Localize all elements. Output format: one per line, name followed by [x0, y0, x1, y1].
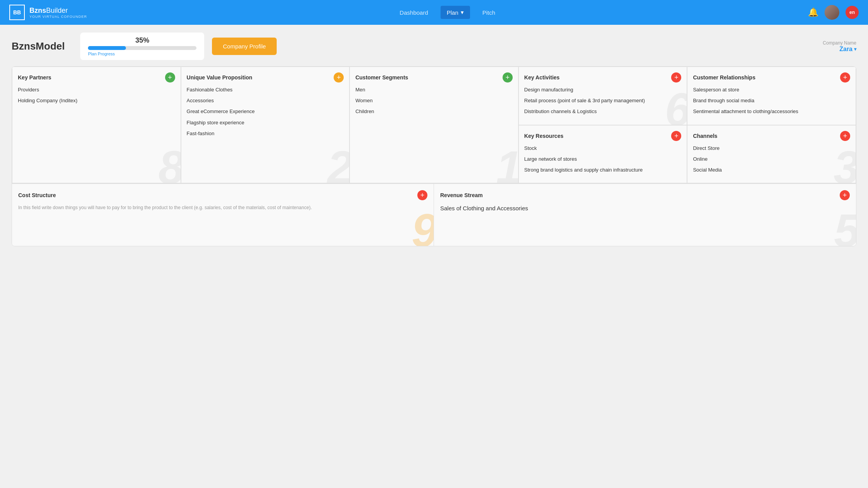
avatar[interactable]	[825, 5, 839, 20]
cost-structure-cell: Cost Structure + In this field write dow…	[12, 184, 434, 246]
header-right: 🔔 en	[808, 5, 859, 20]
channels-item-2: Social Media	[693, 167, 850, 174]
logo-box: BB	[9, 5, 25, 20]
logo-group: BznsBuilder YOUR VIRTUAL COFOUNDER	[29, 7, 87, 19]
cost-structure-desc: In this field write down things you will…	[18, 204, 427, 211]
cost-structure-watermark: 9	[412, 207, 434, 246]
key-resources-title: Key Resources	[524, 133, 563, 139]
revenue-stream-add-button[interactable]: +	[840, 190, 850, 200]
cost-structure-add-button[interactable]: +	[417, 190, 427, 200]
key-partners-title: Key Partners	[18, 74, 51, 81]
key-resources-cell: Key Resources + Stock Large network of s…	[518, 125, 687, 184]
key-activities-title: Key Activities	[524, 74, 560, 81]
unique-value-item-0: Fashionable Clothes	[187, 86, 344, 93]
top-bar: BznsModel 35% Plan Progress Company Prof…	[12, 33, 856, 60]
revenue-stream-item-0: Sales of Clothing and Accessories	[440, 204, 850, 212]
logo-sub: YOUR VIRTUAL COFOUNDER	[29, 15, 87, 19]
progress-section: 35% Plan Progress	[80, 33, 204, 60]
revenue-stream-watermark: 5	[834, 207, 856, 246]
customer-relationships-title: Customer Relationships	[693, 74, 755, 81]
unique-value-item-2: Great eCommerce Experience	[187, 108, 344, 115]
header: BB BznsBuilder YOUR VIRTUAL COFOUNDER Da…	[0, 0, 868, 25]
key-activities-header: Key Activities +	[524, 72, 682, 82]
progress-pct: 35%	[135, 36, 149, 45]
channels-title: Channels	[693, 133, 717, 139]
page-title: BznsModel	[12, 40, 65, 52]
key-partners-cell: Key Partners + Providers Holding Company…	[12, 67, 181, 183]
key-activities-add-button[interactable]: +	[671, 72, 681, 82]
customer-segments-item-0: Men	[355, 86, 513, 93]
logo-brand2: Builder	[46, 7, 68, 14]
channels-cell: Channels + Direct Store Online Social Me…	[687, 125, 856, 184]
lang-badge[interactable]: en	[846, 6, 859, 19]
key-resources-item-1: Large network of stores	[524, 156, 682, 163]
logo-brand: Bzns	[29, 7, 46, 14]
company-name-dropdown[interactable]: Zara ▾	[839, 46, 856, 53]
company-profile-button[interactable]: Company Profile	[212, 38, 277, 55]
header-nav: Dashboard Plan ▾ Pitch	[400, 6, 495, 19]
customer-segments-watermark: 1	[496, 144, 518, 183]
progress-bar-bg	[88, 46, 196, 50]
key-partners-item-1: Holding Company (Inditex)	[18, 97, 175, 104]
revenue-stream-header: Revenue Stream +	[440, 190, 850, 200]
progress-bar-fill	[88, 46, 126, 50]
customer-segments-cell: Customer Segments + Men Women Children 1	[350, 67, 518, 183]
unique-value-item-4: Fast-fashion	[187, 130, 344, 137]
nav-dashboard[interactable]: Dashboard	[400, 9, 428, 16]
unique-value-watermark: 2	[327, 144, 350, 183]
revenue-stream-cell: Revenue Stream + Sales of Clothing and A…	[434, 184, 856, 246]
key-activities-item-2: Distribution channels & Logistics	[524, 108, 682, 115]
unique-value-item-1: Accessories	[187, 97, 344, 104]
key-activities-item-0: Design manufacturing	[524, 86, 682, 93]
avatar-image	[825, 5, 839, 20]
key-resources-header: Key Resources +	[524, 131, 682, 141]
nav-plan[interactable]: Plan ▾	[441, 6, 470, 19]
unique-value-add-button[interactable]: +	[334, 72, 344, 82]
cost-structure-title: Cost Structure	[18, 192, 56, 198]
logo-text: BznsBuilder	[29, 7, 87, 15]
unique-value-item-3: Flagship store experience	[187, 119, 344, 126]
key-partners-item-0: Providers	[18, 86, 175, 93]
key-activities-cell: Key Activities + Design manufacturing Re…	[518, 67, 687, 125]
unique-value-title: Unique Value Proposition	[187, 74, 253, 81]
customer-relationships-cell: Customer Relationships + Salesperson at …	[687, 67, 856, 125]
customer-relationships-header: Customer Relationships +	[693, 72, 850, 82]
unique-value-header: Unique Value Proposition +	[187, 72, 344, 82]
channels-item-0: Direct Store	[693, 145, 850, 152]
channels-header: Channels +	[693, 131, 850, 141]
progress-label: Plan Progress	[88, 52, 115, 56]
customer-relationships-add-button[interactable]: +	[840, 72, 850, 82]
bell-icon[interactable]: 🔔	[808, 7, 818, 17]
page: BznsModel 35% Plan Progress Company Prof…	[0, 25, 868, 254]
customer-relationships-item-0: Salesperson at store	[693, 86, 850, 93]
key-partners-add-button[interactable]: +	[165, 72, 175, 82]
company-name-section: Company Name Zara ▾	[823, 40, 856, 53]
company-name-value: Zara	[839, 46, 852, 53]
key-resources-add-button[interactable]: +	[671, 131, 681, 141]
channels-item-1: Online	[693, 156, 850, 163]
channels-add-button[interactable]: +	[840, 131, 850, 141]
key-resources-item-0: Stock	[524, 145, 682, 152]
cost-structure-header: Cost Structure +	[18, 190, 427, 200]
customer-relationships-item-2: Sentimental attachment to clothing/acces…	[693, 108, 850, 115]
key-partners-header: Key Partners +	[18, 72, 175, 82]
canvas: Key Partners + Providers Holding Company…	[12, 66, 856, 246]
customer-relationships-item-1: Brand through social media	[693, 97, 850, 104]
customer-segments-item-1: Women	[355, 97, 513, 104]
logo-bb: BB	[13, 9, 21, 15]
unique-value-cell: Unique Value Proposition + Fashionable C…	[181, 67, 350, 183]
customer-segments-item-2: Children	[355, 108, 513, 115]
chevron-down-icon: ▾	[854, 46, 856, 52]
nav-pitch[interactable]: Pitch	[482, 9, 495, 16]
customer-segments-header: Customer Segments +	[355, 72, 513, 82]
revenue-stream-title: Revenue Stream	[440, 192, 483, 198]
key-partners-watermark: 8	[158, 144, 181, 183]
header-left: BB BznsBuilder YOUR VIRTUAL COFOUNDER	[9, 5, 87, 20]
nav-plan-arrow: ▾	[461, 9, 464, 16]
key-activities-item-1: Retail process (point of sale & 3rd part…	[524, 97, 682, 104]
customer-segments-add-button[interactable]: +	[503, 72, 513, 82]
nav-plan-label: Plan	[447, 9, 458, 16]
key-resources-item-2: Strong brand logistics and supply chain …	[524, 167, 682, 174]
bottom-row: Cost Structure + In this field write dow…	[12, 184, 856, 246]
company-name-label: Company Name	[823, 40, 856, 46]
